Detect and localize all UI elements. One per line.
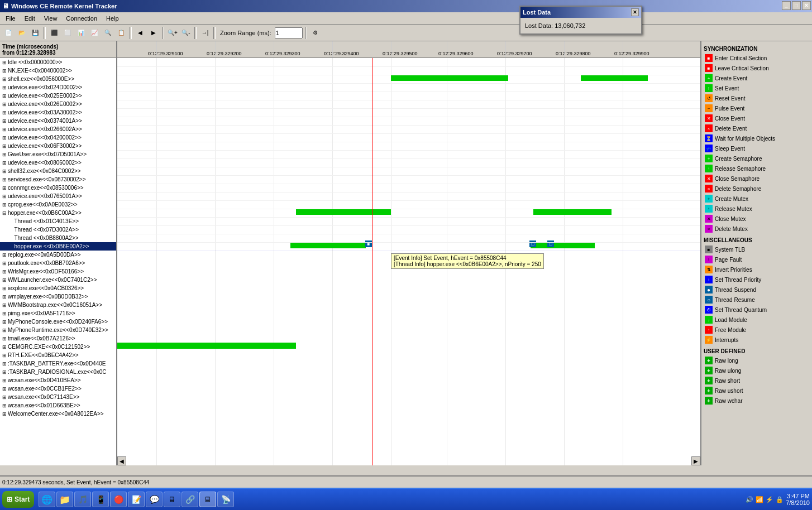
toolbar-btn6[interactable]: 📋: [115, 27, 127, 39]
legend-raw-ulong[interactable]: + Raw ulong: [704, 365, 810, 376]
legend-raw-ushort[interactable]: + Raw ushort: [704, 386, 810, 396]
taskbar-app-app1[interactable]: 🔴: [110, 492, 127, 507]
toolbar-btn5[interactable]: 🔍: [102, 27, 114, 39]
toolbar-btn4[interactable]: 📈: [88, 27, 101, 39]
list-item[interactable]: ⊞WMMBootstrap.exe<<0x0C16051A>>: [0, 301, 116, 309]
list-item[interactable]: ⊞WrlsMgr.exe<<0x0DF50166>>: [0, 267, 116, 276]
list-item[interactable]: Thread <<0x07D3002A>>: [0, 225, 116, 234]
legend-set-thread-priority[interactable]: ↕ Set Thread Priority: [704, 275, 810, 285]
window-controls[interactable]: _ □ ✕: [782, 1, 811, 10]
list-item[interactable]: ⊞shell.exe<<0x0056000E>>: [0, 75, 116, 83]
list-item[interactable]: ⊞CEMGRC.EXE<<0x0C121502>>: [0, 343, 116, 351]
taskbar-app-active[interactable]: 🖥: [199, 492, 216, 507]
legend-create-mutex[interactable]: + Create Mutex: [704, 194, 810, 204]
list-item[interactable]: ⊞udevice.exe<<0x08060002>>: [0, 158, 116, 167]
list-item[interactable]: ⊞replog.exe<<0x0A5D00DA>>: [0, 251, 116, 259]
process-list[interactable]: ⊞Idle <<0x00000000>> ⊞NK.EXE<<0x00400002…: [0, 58, 116, 465]
legend-create-semaphore[interactable]: + Create Semaphore: [704, 153, 810, 163]
legend-leave-cs[interactable]: ■ Leave Critical Section: [704, 63, 810, 73]
toolbar-zoom-out[interactable]: 🔍-: [180, 27, 192, 39]
toolbar-settings[interactable]: ⚙: [309, 27, 322, 39]
toolbar-open[interactable]: 📂: [16, 27, 28, 39]
list-item[interactable]: ⊞servicesd.exe<<0x08730002>>: [0, 175, 116, 184]
toolbar-zoom-in[interactable]: 🔍+: [166, 27, 179, 39]
list-item[interactable]: ⊞tmail.exe<<0x0B7A2126>>: [0, 334, 116, 343]
toolbar-new[interactable]: 📄: [2, 27, 15, 39]
list-item[interactable]: ⊞udevice.exe<<0x024D0002>>: [0, 83, 116, 92]
minimize-button[interactable]: _: [782, 1, 791, 10]
list-item[interactable]: ⊞Idle <<0x00000000>>: [0, 58, 116, 66]
zoom-range-input[interactable]: [275, 27, 303, 39]
legend-delete-event[interactable]: × Delete Event: [704, 123, 810, 133]
list-item[interactable]: ⊞WelcomeCenter.exe<<0x0A8012EA>>: [0, 410, 116, 418]
taskbar-app-app5[interactable]: 🔗: [181, 492, 198, 507]
list-item[interactable]: Thread <<0x0B8800A2>>: [0, 234, 116, 242]
legend-delete-semaphore[interactable]: × Delete Semaphore: [704, 184, 810, 194]
legend-interrupts[interactable]: ⚡ Interrupts: [704, 335, 810, 345]
toolbar-btn1[interactable]: ⬛: [48, 27, 60, 39]
list-item[interactable]: ⊞pimg.exe<<0x0A5F1716>>: [0, 309, 116, 317]
toolbar-save[interactable]: 💾: [29, 27, 41, 39]
menu-view[interactable]: View: [40, 14, 62, 23]
list-item[interactable]: ⊟hopper.exe<<0x0B6C00A2>>: [0, 209, 116, 217]
scroll-left[interactable]: ◀: [117, 456, 126, 465]
taskbar-app-app4[interactable]: 🖥: [164, 492, 180, 507]
legend-release-semaphore[interactable]: ↑ Release Semaphore: [704, 163, 810, 174]
legend-delete-mutex[interactable]: × Delete Mutex: [704, 224, 810, 234]
list-item[interactable]: ⊞:TASKBAR_RADIOSIGNAL.exe<<0x0C: [0, 368, 116, 376]
list-item[interactable]: ⊞wmplayer.exe<<0x0B0D0B32>>: [0, 292, 116, 301]
taskbar-app-app3[interactable]: 💬: [146, 492, 163, 507]
list-item[interactable]: ⊞:TASKBAR_BATTERY.exe<<0x0D440E: [0, 359, 116, 368]
popup-close-button[interactable]: ✕: [631, 8, 639, 16]
close-button[interactable]: ✕: [802, 1, 811, 10]
legend-page-fault[interactable]: ! Page Fault: [704, 254, 810, 264]
taskbar-app-media[interactable]: 🎵: [74, 492, 91, 507]
taskbar-app-device[interactable]: 📱: [92, 492, 109, 507]
list-item[interactable]: ⊞wcsan.exe<<0x0D410BEA>>: [0, 376, 116, 384]
legend-enter-cs[interactable]: ■ Enter Critical Section: [704, 53, 810, 63]
list-item[interactable]: ⊞udevice.exe<<0x026E0002>>: [0, 100, 116, 108]
menu-connection[interactable]: Connection: [61, 14, 102, 23]
list-item[interactable]: ⊞udevice.exe<<0x03A30002>>: [0, 108, 116, 117]
legend-release-mutex[interactable]: ↑ Release Mutex: [704, 204, 810, 214]
list-item[interactable]: Thread <<0x01C4013E>>: [0, 217, 116, 225]
event-marker[interactable]: □: [529, 240, 536, 247]
toolbar-back[interactable]: ◀: [134, 27, 146, 39]
taskbar-app-ie[interactable]: 🌐: [39, 492, 55, 507]
legend-invert-priorities[interactable]: ⇅ Invert Priorities: [704, 264, 810, 275]
scroll-right[interactable]: ▶: [691, 456, 700, 465]
list-item[interactable]: ⊞udevice.exe<<0x025E0002>>: [0, 92, 116, 100]
legend-raw-short[interactable]: + Raw short: [704, 376, 810, 386]
list-item[interactable]: ⊞wcsan.exe<<0x01D663BE>>: [0, 401, 116, 410]
start-button[interactable]: ⊞ Start: [2, 491, 34, 508]
list-item[interactable]: ⊞iexplore.exe<<0x0ACB0326>>: [0, 284, 116, 292]
legend-thread-suspend[interactable]: ● Thread Suspend: [704, 285, 810, 295]
legend-close-mutex[interactable]: ✕ Close Mutex: [704, 214, 810, 224]
toolbar-btn2[interactable]: ⬜: [61, 27, 74, 39]
menu-help[interactable]: Help: [102, 14, 123, 23]
legend-thread-resume[interactable]: ○ Thread Resume: [704, 295, 810, 305]
menu-edit[interactable]: Edit: [20, 14, 40, 23]
taskbar-app-app6[interactable]: 📡: [217, 492, 234, 507]
list-item[interactable]: ⊞WMLauncher.exe<<0x0C7401C2>>: [0, 276, 116, 284]
legend-load-module[interactable]: ↓ Load Module: [704, 315, 810, 325]
legend-close-event[interactable]: ✕ Close Event: [704, 113, 810, 123]
list-item[interactable]: ⊞udevice.exe<<0x0266002A>>: [0, 125, 116, 133]
list-item[interactable]: ⊞poutlook.exe<<0x0BB702A6>>: [0, 259, 116, 267]
legend-free-module[interactable]: ↑ Free Module: [704, 325, 810, 335]
legend-close-semaphore[interactable]: ✕ Close Semaphore: [704, 174, 810, 184]
list-item[interactable]: ⊞GweUser.exe<<0x07D5001A>>: [0, 150, 116, 158]
list-item[interactable]: ⊞udevice.exe<<0x06F30002>>: [0, 142, 116, 150]
event-marker[interactable]: ■: [365, 240, 372, 247]
legend-set-thread-quantum[interactable]: ⏱ Set Thread Quantum: [704, 305, 810, 315]
list-item[interactable]: ⊞cprog.exe<<0x0A0E0032>>: [0, 200, 116, 209]
list-item[interactable]: ⊞RTH.EXE<<0x0BEC4A42>>: [0, 351, 116, 359]
legend-sleep-event[interactable]: 💤 Sleep Event: [704, 143, 810, 153]
list-item[interactable]: ⊞udevice.exe<<0x0374001A>>: [0, 117, 116, 125]
toolbar-btn3[interactable]: 📊: [75, 27, 87, 39]
legend-reset-event[interactable]: ↺ Reset Event: [704, 93, 810, 103]
list-item[interactable]: ⊞wcsan.exe<<0x0CCB1FE2>>: [0, 384, 116, 393]
timeline-body[interactable]: ■ □ □ [Event Info] Set Event, hEvent = 0…: [117, 58, 700, 465]
list-item[interactable]: ⊞MyPhoneRuntime.exe<<0x0D740E32>>: [0, 326, 116, 334]
list-item[interactable]: ⊞shell32.exe<<0x084C0002>>: [0, 167, 116, 175]
